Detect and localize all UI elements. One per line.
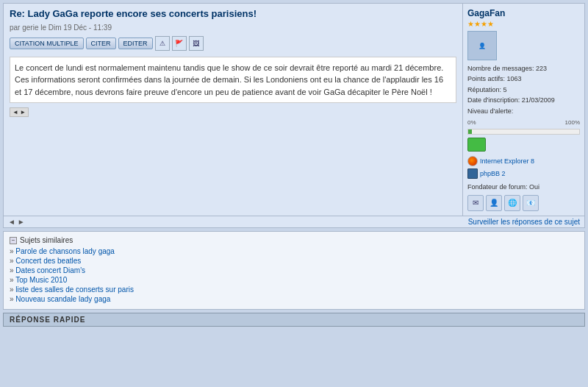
action-icons: ✉ 👤 🌐 📧 [467, 195, 580, 211]
bottom-nav: ◄ ► Surveiller les réponses de ce sujet [3, 216, 585, 228]
reply-bar: RÉPONSE RAPIDE [3, 313, 585, 327]
similar-toggle[interactable]: − [10, 237, 17, 244]
nav-arrows[interactable]: ◄ ► [8, 218, 25, 226]
similar-section: − Sujets similaires Parole de chansons l… [3, 231, 585, 310]
www-icon[interactable]: 🌐 [504, 195, 520, 211]
similar-title: Sujets similaires [20, 236, 73, 244]
post-content: Le concert de lundi est normalement main… [10, 57, 456, 104]
phpbb-badge: phpBB 2 [467, 168, 580, 179]
reputation-label: Réputation: 5 [467, 85, 580, 95]
editer-button[interactable]: EDITER [118, 38, 153, 49]
citation-multiple-button[interactable]: CITATION MULTIPLE [10, 38, 84, 49]
progress-bar [467, 129, 580, 135]
flag-icon[interactable]: 🚩 [172, 36, 187, 51]
progress-max: 100% [565, 119, 580, 126]
fondateur-label: Fondateur de forum: Oui [467, 183, 580, 191]
points-label: Points actifs: 1063 [467, 74, 580, 84]
email-icon[interactable]: 📧 [523, 195, 539, 211]
alerte-label: Niveau d'alerte: [467, 106, 580, 116]
post-panel: Re: Lady GaGa reporte encore ses concert… [3, 3, 585, 216]
username: GagaFan [467, 8, 580, 18]
citer-button[interactable]: CITER [86, 38, 116, 49]
image-icon[interactable]: 🖼 [189, 36, 204, 51]
profile-icon[interactable]: 👤 [486, 195, 502, 211]
inscription-label: Date d'inscription: 21/03/2009 [467, 95, 580, 105]
post-icon-row: ◄ ► [10, 107, 456, 117]
post-title: Re: Lady GaGa reporte encore ses concert… [10, 8, 456, 21]
list-item[interactable]: liste des salles de conserts sur paris [10, 285, 578, 294]
progress-fill [468, 129, 472, 134]
similar-list: Parole de chansons lady gaga Concert des… [10, 247, 578, 303]
browser-badge: Internet Explorer 8 [467, 156, 580, 166]
mp-icon[interactable]: ✉ [467, 195, 484, 211]
list-item[interactable]: Dates concert Diam's [10, 266, 578, 274]
toolbar-icons: ⚠ 🚩 🖼 [155, 36, 204, 51]
list-item[interactable]: Top Music 2010 [10, 276, 578, 284]
browser-label: Internet Explorer 8 [480, 157, 534, 165]
warning-icon[interactable]: ⚠ [155, 36, 170, 51]
list-item[interactable]: Nouveau scandale lady gaga [10, 295, 578, 303]
progress-min: 0% [467, 119, 476, 126]
post-toolbar: CITATION MULTIPLE CITER EDITER ⚠ 🚩 🖼 [10, 36, 456, 51]
post-meta: par gerie le Dim 19 Déc - 11:39 [10, 24, 456, 32]
messages-label: Nombre de messages: 223 [467, 63, 580, 74]
phpbb-icon [467, 168, 478, 179]
user-stars: ★★★★ [467, 20, 580, 28]
similar-header: − Sujets similaires [10, 236, 578, 244]
action-button[interactable] [467, 138, 486, 152]
list-item[interactable]: Concert des beatles [10, 257, 578, 265]
progress-labels: 0% 100% [467, 119, 580, 126]
user-info: Nombre de messages: 223 Points actifs: 1… [467, 63, 580, 116]
phpbb-label: phpBB 2 [480, 170, 506, 177]
main-container: Re: Lady GaGa reporte encore ses concert… [0, 0, 588, 387]
avatar-placeholder: 👤 [478, 43, 486, 49]
list-item[interactable]: Parole de chansons lady gaga [10, 247, 578, 255]
reply-label: RÉPONSE RAPIDE [10, 316, 85, 324]
tag-label: ◄ ► [10, 107, 29, 117]
watch-link[interactable]: Surveiller les réponses de ce sujet [468, 218, 580, 226]
user-sidebar: GagaFan ★★★★ 👤 Nombre de messages: 223 P… [463, 4, 584, 216]
browser-icon [467, 156, 478, 166]
post-area: Re: Lady GaGa reporte encore ses concert… [4, 4, 463, 216]
avatar: 👤 [467, 31, 497, 60]
